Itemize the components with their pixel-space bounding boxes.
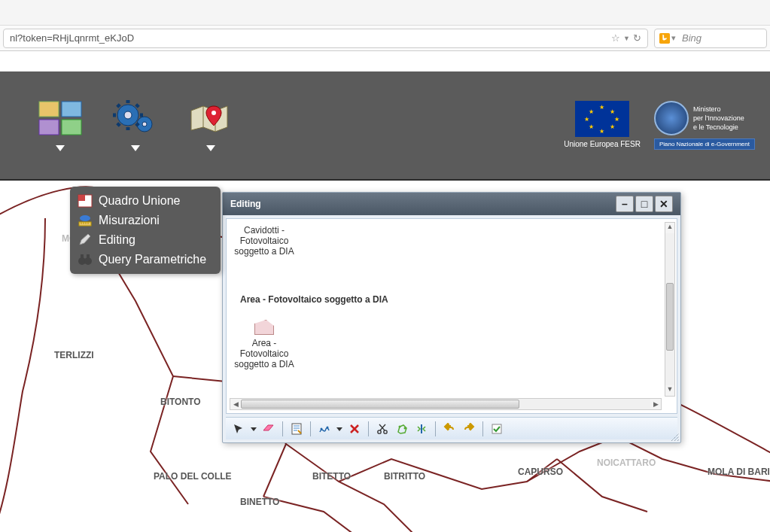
ministry-badge: Piano Nazionale di e-Government [654,138,755,150]
redo-button[interactable] [461,421,477,437]
scroll-right-icon[interactable]: ▶ [650,399,661,409]
eraser-tool-button[interactable] [260,421,277,437]
svg-point-20 [327,426,329,428]
city-noicattaro: NOICATTARO [597,458,656,468]
svg-rect-16 [81,254,84,258]
bing-icon [659,33,670,44]
scroll-up-icon[interactable]: ▲ [665,223,674,233]
ministry-line3: e le Tecnologie [693,123,744,132]
menu-label: Editing [99,233,135,247]
binoculars-icon [78,253,93,266]
gears-icon [113,100,158,136]
reload-icon[interactable]: ↻ [633,32,641,44]
eu-logo: ★★★ ★★ ★★★ Unione Europea FESR [564,101,641,148]
svg-point-23 [399,425,401,427]
eu-label: Unione Europea FESR [564,140,641,148]
pencil-icon [78,233,93,247]
resize-grip-icon[interactable] [670,432,679,441]
chevron-down-icon [56,145,65,151]
url-text: nl?token=RHjLqnrmt_eKJoD [10,32,134,44]
layer-item-cavidotti[interactable]: Cavidotti - Fotovoltaico soggetto a DIA [234,225,294,257]
panel-minimize-button[interactable]: – [616,196,634,212]
menu-label: Quadro Unione [99,194,181,208]
menu-label: Query Parametriche [99,253,206,266]
panel-horizontal-scrollbar[interactable]: ◀ ▶ [230,398,662,410]
svg-rect-11 [78,195,85,201]
svg-rect-3 [39,120,59,135]
svg-rect-17 [87,254,90,258]
scroll-thumb[interactable] [666,283,674,351]
select-tool-button[interactable] [230,421,247,437]
ministry-logo: Ministero per l'Innovazione e le Tecnolo… [654,101,755,150]
search-placeholder: Bing [682,32,702,44]
scroll-left-icon[interactable]: ◀ [230,399,241,409]
undo-button[interactable] [441,421,458,437]
chevron-down-icon [131,145,140,151]
menu-editing[interactable]: Editing [73,230,218,250]
cut-button[interactable] [374,421,391,437]
svg-point-21 [378,430,381,433]
svg-point-6 [124,111,132,119]
panel-toolbar [226,417,677,439]
ministry-line2: per l'Innovazione [693,114,744,123]
map-pin-icon [188,100,233,136]
address-bar-row: nl?token=RHjLqnrmt_eKJoD ☆ ▼ ↻ ▾ Bing [0,26,770,51]
sketch-dropdown-button[interactable] [336,421,343,437]
select-dropdown-button[interactable] [250,421,257,437]
toolbar-map-button[interactable] [188,100,233,151]
city-palo: PALO DEL COLLE [154,471,232,482]
city-binetto: BINETTO [240,497,279,507]
svg-rect-25 [492,424,501,433]
polygon-swatch-icon [254,320,274,335]
editing-panel: Editing – □ ✕ Cavidotti - Fotovoltaico s… [222,192,681,443]
browser-search-box[interactable]: ▾ Bing [654,29,767,48]
city-capurso: CAPURSO [518,467,563,477]
menu-label: Misurazioni [99,214,160,227]
city-terlizzi: TERLIZZI [54,350,94,360]
city-bitonto: BITONTO [160,397,201,407]
scroll-thumb[interactable] [241,400,519,409]
city-bitetto: BITETTO [312,471,351,482]
layer-label: Cavidotti - Fotovoltaico soggetto a DIA [234,225,294,257]
sketch-tool-button[interactable] [316,421,333,437]
svg-point-12 [80,215,90,221]
city-bitritto: BITRITTO [384,471,425,482]
tools-dropdown: Quadro Unione Misurazioni Editing Query … [70,187,221,274]
svg-point-19 [321,427,323,430]
chevron-down-icon [206,145,215,151]
svg-point-9 [212,111,216,115]
layers-grid-icon [38,100,83,136]
reshape-button[interactable] [394,421,410,437]
menu-quadro-unione[interactable]: Quadro Unione [73,191,218,211]
layer-item-area[interactable]: Area - Fotovoltaico soggetto a DIA [234,320,294,369]
address-bar[interactable]: nl?token=RHjLqnrmt_eKJoD ☆ ▼ ↻ [3,29,648,48]
save-check-button[interactable] [488,421,505,437]
delete-button[interactable] [346,421,363,437]
panel-maximize-button[interactable]: □ [635,196,653,212]
toolbar-tools-button[interactable] [113,100,158,151]
menu-query-parametriche[interactable]: Query Parametriche [73,250,218,269]
svg-point-22 [384,430,387,433]
split-button[interactable] [413,421,430,437]
browser-tab-bar [0,0,770,26]
menu-misurazioni[interactable]: Misurazioni [73,211,218,230]
svg-rect-1 [39,102,59,117]
panel-vertical-scrollbar[interactable]: ▲ ▼ [665,222,675,397]
svg-point-15 [84,257,92,265]
layer-header-area[interactable]: Area - Fotovoltaico soggetto a DIA [240,294,413,305]
layer-label: Area - Fotovoltaico soggetto a DIA [240,294,388,305]
scroll-down-icon[interactable]: ▼ [665,385,674,396]
bookmark-star-icon[interactable]: ☆ [611,32,620,44]
attributes-button[interactable] [288,421,305,437]
svg-rect-13 [79,222,91,226]
grid-icon [78,194,93,208]
app-toolbar: ★★★ ★★ ★★★ Unione Europea FESR Ministero… [0,71,770,181]
toolbar-layers-button[interactable] [38,100,83,151]
svg-point-8 [142,122,147,126]
panel-titlebar[interactable]: Editing – □ ✕ [223,193,680,215]
ruler-icon [78,214,93,227]
dropdown-caret-icon[interactable]: ▼ [623,35,630,42]
layer-label: Area - Fotovoltaico soggetto a DIA [234,338,294,369]
svg-point-24 [404,427,406,429]
panel-close-button[interactable]: ✕ [655,196,673,212]
